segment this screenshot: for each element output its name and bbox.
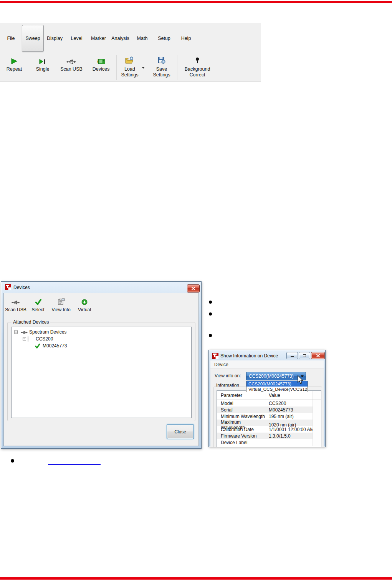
tab-display[interactable]: Display: [44, 23, 66, 54]
tree-item-spectrum-devices[interactable]: Spectrum Devices: [12, 329, 190, 335]
information-table: ParameterValueModelCCS200SerialM00245773…: [217, 390, 321, 447]
bullet: [209, 312, 212, 316]
devices-icon: [97, 58, 106, 66]
devices-toolbar-button-view-info[interactable]: View Info: [50, 298, 73, 312]
devices-window: Devices Scan USBSelectView InfoVirtual A…: [1, 281, 202, 449]
ribbon-button-scan-usb[interactable]: Scan USB: [56, 56, 87, 72]
ribbon-button-save-settings[interactable]: Save Settings: [147, 56, 176, 78]
combo-option-1[interactable]: Virtual_CCS_Device(VCCS12345: [246, 387, 308, 392]
devices-titlebar[interactable]: Devices: [1, 282, 201, 293]
devices-close-icon[interactable]: [187, 284, 200, 292]
save-settings-icon: [157, 56, 166, 66]
tree-item-label: CCS200: [36, 336, 53, 342]
table-row[interactable]: Calibration Date1/1/0001 12:00:00 AM: [217, 426, 321, 433]
tab-sweep[interactable]: Sweep: [22, 25, 44, 52]
information-groupbox: ParameterValueModelCCS200SerialM00245773…: [213, 387, 322, 447]
virtual-plus-icon: [81, 299, 88, 306]
ribbon-button-label: Save Settings: [147, 66, 176, 78]
tab-level[interactable]: Level: [66, 23, 88, 54]
toolbar-separator: [177, 55, 177, 80]
table-row[interactable]: Maximum Wavelength1020 nm (air): [217, 420, 321, 426]
value-cell: M00245773: [266, 407, 313, 413]
value-cell: 195 nm (air): [266, 414, 313, 419]
table-row[interactable]: Firmware Version1.3.0/1.5.0: [217, 433, 321, 439]
bullet: [209, 301, 212, 304]
ribbon-button-label: Load Settings: [117, 66, 142, 78]
toolbar-button-label: Select: [31, 307, 44, 312]
param-cell: Firmware Version: [217, 433, 266, 439]
devices-toolbar-button-select[interactable]: Select: [28, 298, 48, 312]
column-header-value: Value: [266, 393, 313, 398]
param-cell: Model: [217, 401, 266, 406]
info-titlebar[interactable]: Show Information on Device: [209, 350, 325, 361]
menu-item-device[interactable]: Device: [210, 362, 232, 367]
tab-setup[interactable]: Setup: [153, 23, 175, 54]
info-client-area: View info on: CCS200(M00245773) CCS200(M…: [210, 369, 324, 447]
view-info-on-label: View info on:: [215, 373, 241, 378]
tab-math[interactable]: Math: [131, 23, 153, 54]
attached-devices-label: Attached Devices: [12, 319, 50, 325]
devices-toolbar-button-scan-usb[interactable]: Scan USB: [5, 298, 26, 312]
ribbon-button-single[interactable]: Single: [31, 56, 55, 72]
color-wheel-icon: [28, 336, 28, 342]
bullet: [209, 334, 212, 337]
minimize-icon[interactable]: [286, 352, 298, 359]
tree-item-m00245773[interactable]: M00245773: [12, 342, 190, 349]
attached-devices-groupbox: Attached Devices Spectrum DevicesCCS200M…: [7, 322, 195, 421]
ribbon-button-background-correct[interactable]: Background Correct: [177, 56, 218, 78]
close-button[interactable]: Close: [167, 424, 194, 439]
tab-analysis[interactable]: Analysis: [109, 23, 131, 54]
tree-item-ccs200[interactable]: CCS200: [12, 335, 190, 342]
ribbon-button-repeat[interactable]: Repeat: [2, 56, 26, 72]
device-tree[interactable]: Spectrum DevicesCCS200M00245773: [11, 327, 192, 418]
usb-icon: [12, 300, 20, 306]
top-rule: [0, 1, 392, 3]
combobox-value: CCS200(M00245773): [249, 373, 294, 379]
param-cell: Serial: [217, 407, 266, 413]
table-row[interactable]: Device Label: [217, 439, 321, 446]
load-settings-dropdown-arrow[interactable]: [142, 67, 145, 69]
tab-marker[interactable]: Marker: [88, 23, 109, 54]
ribbon-button-devices[interactable]: Devices: [86, 56, 116, 72]
tree-item-label: M00245773: [43, 343, 67, 349]
close-icon[interactable]: [311, 352, 325, 359]
thorlabs-logo-icon: [212, 353, 218, 359]
toolbar-button-label: Scan USB: [5, 307, 26, 312]
table-row[interactable]: SerialM00245773: [217, 406, 321, 413]
tab-file[interactable]: File: [0, 23, 22, 54]
table-row[interactable]: ModelCCS200: [217, 400, 321, 406]
view-info-icon: [58, 298, 65, 306]
info-menubar: Device: [210, 360, 324, 369]
toolbar-button-label: Virtual: [78, 307, 91, 312]
value-cell: 1.3.0/1.5.0: [266, 433, 313, 439]
maximize-icon[interactable]: [299, 352, 310, 359]
check-icon: [35, 344, 40, 349]
tree-expander[interactable]: [23, 337, 26, 341]
table-row[interactable]: Minimum Wavelength195 nm (air): [217, 413, 321, 420]
link-underline[interactable]: [48, 464, 101, 465]
ribbon-button-label: Scan USB: [60, 66, 83, 72]
ribbon-tab-bar: FileSweepDisplayLevelMarkerAnalysisMathS…: [0, 23, 261, 54]
play-pause-icon: [39, 59, 46, 66]
mouse-cursor: [297, 375, 303, 386]
tab-help[interactable]: Help: [175, 23, 197, 54]
ribbon-toolbar: RepeatSingleScan USBDevicesLoad Settings…: [0, 54, 261, 82]
devices-toolbar-button-virtual[interactable]: Virtual: [74, 298, 95, 312]
value-cell: CCS200: [266, 401, 313, 406]
tree-item-label: Spectrum Devices: [29, 329, 66, 335]
ribbon-button-load-settings[interactable]: Load Settings: [117, 56, 142, 78]
info-window: Show Information on Device Device View i…: [208, 350, 326, 447]
toolbar-button-label: View Info: [51, 307, 70, 312]
play-icon: [10, 58, 18, 66]
value-cell: 1/1/0001 12:00:00 AM: [266, 427, 313, 432]
tree-expander[interactable]: [14, 330, 18, 334]
param-cell: Calibration Date: [217, 427, 266, 432]
bullet: [11, 459, 14, 463]
ribbon-button-label: Repeat: [7, 66, 22, 72]
ribbon-button-label: Single: [36, 66, 50, 72]
thorlabs-logo-icon: [5, 284, 11, 290]
background-correct-icon: [195, 57, 199, 66]
usb-icon: [66, 59, 76, 66]
param-cell: Minimum Wavelength: [217, 414, 266, 419]
usb-icon: [21, 330, 28, 335]
